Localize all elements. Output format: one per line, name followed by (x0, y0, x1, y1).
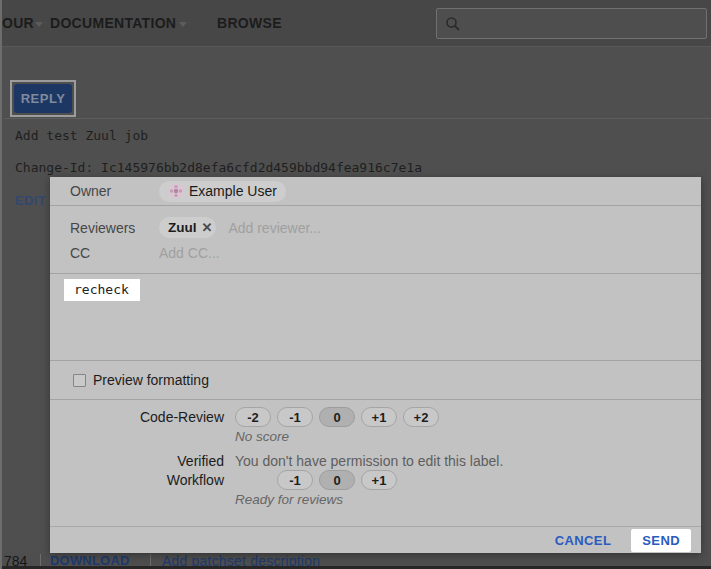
app-header: OUR DOCUMENTATION BROWSE (2, 0, 711, 47)
gerrit-change-page: OUR DOCUMENTATION BROWSE REPLY Add test … (0, 0, 711, 569)
owner-label: Owner (70, 183, 159, 199)
cancel-button[interactable]: CANCEL (555, 533, 612, 548)
cc-label: CC (70, 245, 159, 261)
preview-formatting-row: Preview formatting (50, 361, 701, 400)
code-review-vote-0[interactable]: 0 (319, 407, 355, 427)
code-review-label: Code-Review (50, 409, 224, 425)
add-cc-input[interactable]: Add CC... (159, 245, 220, 261)
commit-message-change-id: Change-Id: Ic145976bb2d8efa6cfd2d459bbd9… (15, 160, 422, 175)
code-review-vote-minus2[interactable]: -2 (235, 407, 271, 427)
nav-menu-documentation[interactable]: DOCUMENTATION (50, 15, 176, 31)
verified-row: Verified You don't have permission to ed… (50, 453, 701, 469)
dialog-footer: CANCEL SEND (50, 526, 701, 553)
code-review-vote-plus2[interactable]: +2 (403, 407, 439, 427)
edit-link[interactable]: EDIT (15, 193, 46, 208)
reply-button-focus-ring: REPLY (10, 80, 76, 117)
labels-scores-section: Code-Review -2 -1 0 +1 +2 No score Verif… (50, 400, 701, 526)
reviewer-chip: Zuul ✕ (159, 217, 216, 238)
add-reviewer-input[interactable]: Add reviewer... (228, 220, 321, 236)
nav-menu-your[interactable]: OUR (2, 15, 34, 31)
verified-label: Verified (50, 453, 224, 469)
code-review-row: Code-Review -2 -1 0 +1 +2 (50, 407, 701, 427)
divider (150, 554, 151, 566)
workflow-vote-0[interactable]: 0 (319, 470, 355, 490)
code-review-vote-plus1[interactable]: +1 (361, 407, 397, 427)
chevron-down-icon (179, 22, 187, 27)
workflow-label: Workflow (50, 472, 224, 488)
preview-formatting-label: Preview formatting (93, 372, 209, 388)
nav-menu-browse[interactable]: BROWSE (217, 15, 282, 31)
avatar (168, 183, 184, 199)
commit-message-subject: Add test Zuul job (15, 128, 148, 143)
workflow-vote-minus1[interactable]: -1 (277, 470, 313, 490)
cc-row: CC Add CC... (70, 240, 701, 265)
chevron-down-icon (35, 22, 43, 27)
reviewer-name: Zuul (168, 220, 197, 235)
section-divider (4, 118, 711, 119)
send-button[interactable]: SEND (631, 529, 691, 552)
search-icon (445, 16, 461, 32)
reply-message-text: recheck (64, 279, 140, 301)
reply-button[interactable]: REPLY (14, 84, 72, 113)
owner-name: Example User (189, 183, 277, 199)
search-input[interactable] (436, 8, 707, 39)
reviewers-label: Reviewers (70, 220, 159, 236)
workflow-row: Workflow -1 0 +1 (50, 470, 701, 490)
owner-row: Owner Example User (50, 177, 701, 206)
patchset-bottom-bar: 784 DOWNLOAD Add patchset description (2, 553, 711, 566)
reply-dialog: Owner Example User Reviewers Zuul ✕ (50, 177, 701, 553)
divider (40, 554, 41, 566)
code-review-vote-minus1[interactable]: -1 (277, 407, 313, 427)
reply-message-textarea[interactable]: recheck (50, 274, 701, 361)
people-section: Reviewers Zuul ✕ Add reviewer... CC Add … (50, 206, 701, 274)
preview-formatting-checkbox[interactable] (73, 374, 86, 387)
code-review-note: No score (235, 429, 701, 444)
owner-chip[interactable]: Example User (159, 181, 286, 202)
remove-reviewer-icon[interactable]: ✕ (202, 220, 213, 235)
workflow-note: Ready for reviews (235, 492, 701, 507)
verified-permission-text: You don't have permission to edit this l… (235, 453, 503, 469)
reviewers-row: Reviewers Zuul ✕ Add reviewer... (70, 215, 701, 240)
workflow-vote-plus1[interactable]: +1 (361, 470, 397, 490)
